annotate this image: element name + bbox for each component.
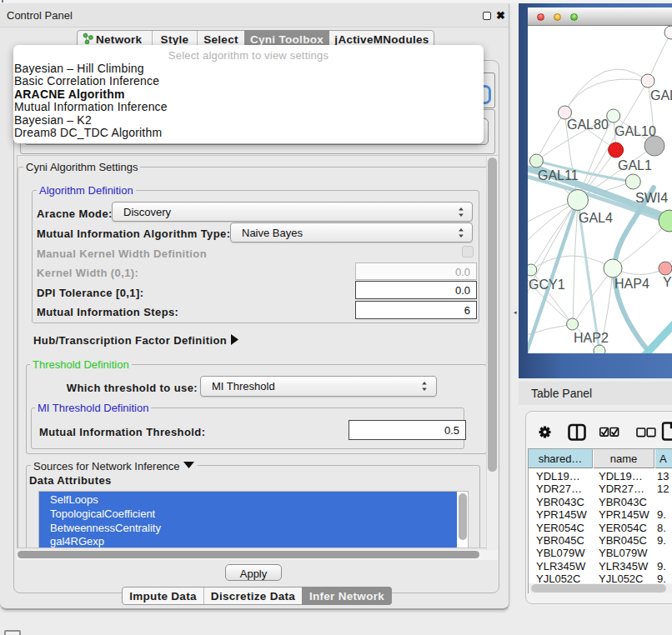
svg-text:GAL80: GAL80 [567,118,609,132]
svg-text:GAL10: GAL10 [614,124,656,138]
svg-text:GAL4: GAL4 [579,211,613,225]
svg-text:GCY1: GCY1 [529,278,565,292]
svg-text:GAL11: GAL11 [538,168,579,182]
svg-text:HAP4: HAP4 [614,277,649,291]
svg-text:GAL1: GAL1 [618,158,652,172]
svg-text:SWI4: SWI4 [635,191,668,205]
svg-text:GAL: GAL [650,88,672,102]
svg-text:HAP2: HAP2 [574,331,609,345]
svg-text:Y: Y [663,275,672,289]
